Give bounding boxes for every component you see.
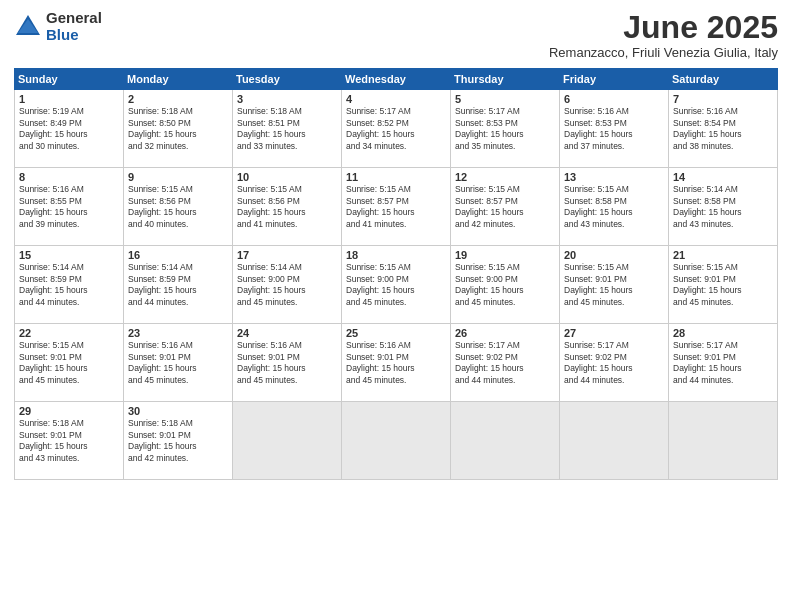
day-info: Sunrise: 5:15 AMSunset: 8:57 PMDaylight:… bbox=[346, 184, 446, 230]
day-number: 12 bbox=[455, 171, 555, 183]
day-info: Sunrise: 5:18 AMSunset: 9:01 PMDaylight:… bbox=[19, 418, 119, 464]
calendar-cell: 27Sunrise: 5:17 AMSunset: 9:02 PMDayligh… bbox=[560, 324, 669, 402]
day-number: 30 bbox=[128, 405, 228, 417]
calendar-cell: 18Sunrise: 5:15 AMSunset: 9:00 PMDayligh… bbox=[342, 246, 451, 324]
calendar-cell: 21Sunrise: 5:15 AMSunset: 9:01 PMDayligh… bbox=[669, 246, 778, 324]
day-number: 28 bbox=[673, 327, 773, 339]
day-number: 8 bbox=[19, 171, 119, 183]
svg-marker-1 bbox=[18, 19, 38, 33]
day-info: Sunrise: 5:15 AMSunset: 8:58 PMDaylight:… bbox=[564, 184, 664, 230]
calendar-cell: 5Sunrise: 5:17 AMSunset: 8:53 PMDaylight… bbox=[451, 90, 560, 168]
day-info: Sunrise: 5:15 AMSunset: 8:56 PMDaylight:… bbox=[128, 184, 228, 230]
day-number: 1 bbox=[19, 93, 119, 105]
logo-blue-text: Blue bbox=[46, 27, 102, 44]
col-friday: Friday bbox=[560, 69, 669, 90]
day-number: 3 bbox=[237, 93, 337, 105]
day-number: 19 bbox=[455, 249, 555, 261]
day-info: Sunrise: 5:15 AMSunset: 9:01 PMDaylight:… bbox=[673, 262, 773, 308]
day-info: Sunrise: 5:14 AMSunset: 8:59 PMDaylight:… bbox=[128, 262, 228, 308]
day-info: Sunrise: 5:15 AMSunset: 9:01 PMDaylight:… bbox=[19, 340, 119, 386]
day-info: Sunrise: 5:18 AMSunset: 9:01 PMDaylight:… bbox=[128, 418, 228, 464]
location: Remanzacco, Friuli Venezia Giulia, Italy bbox=[549, 45, 778, 60]
calendar-row: 29Sunrise: 5:18 AMSunset: 9:01 PMDayligh… bbox=[15, 402, 778, 480]
calendar-cell: 20Sunrise: 5:15 AMSunset: 9:01 PMDayligh… bbox=[560, 246, 669, 324]
calendar-cell: 26Sunrise: 5:17 AMSunset: 9:02 PMDayligh… bbox=[451, 324, 560, 402]
logo-icon bbox=[14, 13, 42, 41]
calendar-cell: 10Sunrise: 5:15 AMSunset: 8:56 PMDayligh… bbox=[233, 168, 342, 246]
day-info: Sunrise: 5:15 AMSunset: 9:00 PMDaylight:… bbox=[455, 262, 555, 308]
calendar-cell: 28Sunrise: 5:17 AMSunset: 9:01 PMDayligh… bbox=[669, 324, 778, 402]
header: General Blue June 2025 Remanzacco, Friul… bbox=[14, 10, 778, 60]
day-info: Sunrise: 5:16 AMSunset: 8:55 PMDaylight:… bbox=[19, 184, 119, 230]
day-number: 6 bbox=[564, 93, 664, 105]
day-number: 27 bbox=[564, 327, 664, 339]
calendar-cell bbox=[451, 402, 560, 480]
calendar-cell: 30Sunrise: 5:18 AMSunset: 9:01 PMDayligh… bbox=[124, 402, 233, 480]
calendar-cell bbox=[342, 402, 451, 480]
day-number: 15 bbox=[19, 249, 119, 261]
day-number: 22 bbox=[19, 327, 119, 339]
day-info: Sunrise: 5:14 AMSunset: 9:00 PMDaylight:… bbox=[237, 262, 337, 308]
day-number: 25 bbox=[346, 327, 446, 339]
calendar-cell: 4Sunrise: 5:17 AMSunset: 8:52 PMDaylight… bbox=[342, 90, 451, 168]
calendar-cell: 29Sunrise: 5:18 AMSunset: 9:01 PMDayligh… bbox=[15, 402, 124, 480]
day-number: 18 bbox=[346, 249, 446, 261]
day-number: 20 bbox=[564, 249, 664, 261]
calendar-table: Sunday Monday Tuesday Wednesday Thursday… bbox=[14, 68, 778, 480]
calendar-cell: 7Sunrise: 5:16 AMSunset: 8:54 PMDaylight… bbox=[669, 90, 778, 168]
calendar-cell bbox=[669, 402, 778, 480]
calendar-row: 1Sunrise: 5:19 AMSunset: 8:49 PMDaylight… bbox=[15, 90, 778, 168]
day-info: Sunrise: 5:16 AMSunset: 8:54 PMDaylight:… bbox=[673, 106, 773, 152]
calendar-cell: 16Sunrise: 5:14 AMSunset: 8:59 PMDayligh… bbox=[124, 246, 233, 324]
day-number: 16 bbox=[128, 249, 228, 261]
day-info: Sunrise: 5:19 AMSunset: 8:49 PMDaylight:… bbox=[19, 106, 119, 152]
calendar-cell: 11Sunrise: 5:15 AMSunset: 8:57 PMDayligh… bbox=[342, 168, 451, 246]
calendar-cell: 13Sunrise: 5:15 AMSunset: 8:58 PMDayligh… bbox=[560, 168, 669, 246]
calendar-cell: 19Sunrise: 5:15 AMSunset: 9:00 PMDayligh… bbox=[451, 246, 560, 324]
day-info: Sunrise: 5:17 AMSunset: 9:02 PMDaylight:… bbox=[455, 340, 555, 386]
title-block: June 2025 Remanzacco, Friuli Venezia Giu… bbox=[549, 10, 778, 60]
calendar-cell: 3Sunrise: 5:18 AMSunset: 8:51 PMDaylight… bbox=[233, 90, 342, 168]
day-number: 10 bbox=[237, 171, 337, 183]
day-number: 9 bbox=[128, 171, 228, 183]
calendar-cell: 17Sunrise: 5:14 AMSunset: 9:00 PMDayligh… bbox=[233, 246, 342, 324]
day-number: 11 bbox=[346, 171, 446, 183]
calendar-cell: 25Sunrise: 5:16 AMSunset: 9:01 PMDayligh… bbox=[342, 324, 451, 402]
col-saturday: Saturday bbox=[669, 69, 778, 90]
day-info: Sunrise: 5:15 AMSunset: 9:00 PMDaylight:… bbox=[346, 262, 446, 308]
day-number: 21 bbox=[673, 249, 773, 261]
day-info: Sunrise: 5:16 AMSunset: 9:01 PMDaylight:… bbox=[346, 340, 446, 386]
calendar-cell: 15Sunrise: 5:14 AMSunset: 8:59 PMDayligh… bbox=[15, 246, 124, 324]
calendar-cell: 23Sunrise: 5:16 AMSunset: 9:01 PMDayligh… bbox=[124, 324, 233, 402]
calendar-cell: 8Sunrise: 5:16 AMSunset: 8:55 PMDaylight… bbox=[15, 168, 124, 246]
day-info: Sunrise: 5:15 AMSunset: 8:57 PMDaylight:… bbox=[455, 184, 555, 230]
calendar-cell: 24Sunrise: 5:16 AMSunset: 9:01 PMDayligh… bbox=[233, 324, 342, 402]
logo: General Blue bbox=[14, 10, 102, 43]
day-number: 5 bbox=[455, 93, 555, 105]
day-info: Sunrise: 5:16 AMSunset: 9:01 PMDaylight:… bbox=[128, 340, 228, 386]
calendar-cell: 2Sunrise: 5:18 AMSunset: 8:50 PMDaylight… bbox=[124, 90, 233, 168]
col-monday: Monday bbox=[124, 69, 233, 90]
day-info: Sunrise: 5:18 AMSunset: 8:50 PMDaylight:… bbox=[128, 106, 228, 152]
calendar-cell: 6Sunrise: 5:16 AMSunset: 8:53 PMDaylight… bbox=[560, 90, 669, 168]
day-number: 26 bbox=[455, 327, 555, 339]
col-thursday: Thursday bbox=[451, 69, 560, 90]
day-info: Sunrise: 5:14 AMSunset: 8:58 PMDaylight:… bbox=[673, 184, 773, 230]
col-wednesday: Wednesday bbox=[342, 69, 451, 90]
day-info: Sunrise: 5:17 AMSunset: 9:01 PMDaylight:… bbox=[673, 340, 773, 386]
header-row: Sunday Monday Tuesday Wednesday Thursday… bbox=[15, 69, 778, 90]
day-number: 4 bbox=[346, 93, 446, 105]
calendar-cell: 9Sunrise: 5:15 AMSunset: 8:56 PMDaylight… bbox=[124, 168, 233, 246]
logo-general-text: General bbox=[46, 10, 102, 27]
day-number: 24 bbox=[237, 327, 337, 339]
day-info: Sunrise: 5:15 AMSunset: 9:01 PMDaylight:… bbox=[564, 262, 664, 308]
calendar-row: 8Sunrise: 5:16 AMSunset: 8:55 PMDaylight… bbox=[15, 168, 778, 246]
calendar-cell: 22Sunrise: 5:15 AMSunset: 9:01 PMDayligh… bbox=[15, 324, 124, 402]
calendar-row: 22Sunrise: 5:15 AMSunset: 9:01 PMDayligh… bbox=[15, 324, 778, 402]
day-number: 2 bbox=[128, 93, 228, 105]
day-number: 29 bbox=[19, 405, 119, 417]
day-info: Sunrise: 5:17 AMSunset: 8:53 PMDaylight:… bbox=[455, 106, 555, 152]
day-number: 13 bbox=[564, 171, 664, 183]
calendar-cell: 1Sunrise: 5:19 AMSunset: 8:49 PMDaylight… bbox=[15, 90, 124, 168]
day-info: Sunrise: 5:17 AMSunset: 9:02 PMDaylight:… bbox=[564, 340, 664, 386]
